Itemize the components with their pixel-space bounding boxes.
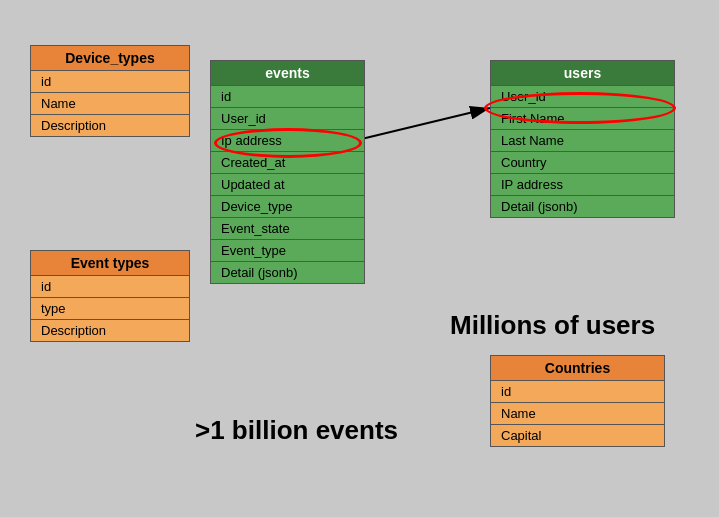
table-events: events id User_id Ip address Created_at …	[210, 60, 365, 284]
table-row: Device_type	[211, 196, 365, 218]
table-row: id	[211, 86, 365, 108]
table-row: Detail (jsonb)	[491, 196, 675, 218]
table-row: Capital	[491, 425, 665, 447]
table-row: Description	[31, 115, 190, 137]
table-row: Event_type	[211, 240, 365, 262]
table-users: users User_id First Name Last Name Count…	[490, 60, 675, 218]
table-row: User_id	[211, 108, 365, 130]
table-row: Description	[31, 320, 190, 342]
table-countries-header: Countries	[491, 356, 665, 381]
table-row: IP address	[491, 174, 675, 196]
table-row: Created_at	[211, 152, 365, 174]
svg-line-1	[349, 108, 490, 142]
table-row: type	[31, 298, 190, 320]
users-count-label: Millions of users	[450, 310, 655, 341]
table-row: Last Name	[491, 130, 675, 152]
table-device-types: Device_types id Name Description	[30, 45, 190, 137]
table-row: Name	[491, 403, 665, 425]
table-row: Country	[491, 152, 675, 174]
table-row: Updated at	[211, 174, 365, 196]
table-row: id	[491, 381, 665, 403]
table-row: User_id	[491, 86, 675, 108]
table-row: Name	[31, 93, 190, 115]
table-row: Ip address	[211, 130, 365, 152]
table-row: First Name	[491, 108, 675, 130]
events-count-label: >1 billion events	[195, 415, 398, 446]
table-event-types: Event types id type Description	[30, 250, 190, 342]
diagram-container: Device_types id Name Description Event t…	[0, 0, 719, 517]
table-event-types-header: Event types	[31, 251, 190, 276]
table-device-types-header: Device_types	[31, 46, 190, 71]
table-countries: Countries id Name Capital	[490, 355, 665, 447]
table-row: Event_state	[211, 218, 365, 240]
table-row: id	[31, 276, 190, 298]
table-row: Detail (jsonb)	[211, 262, 365, 284]
table-events-header: events	[211, 61, 365, 86]
table-row: id	[31, 71, 190, 93]
table-users-header: users	[491, 61, 675, 86]
